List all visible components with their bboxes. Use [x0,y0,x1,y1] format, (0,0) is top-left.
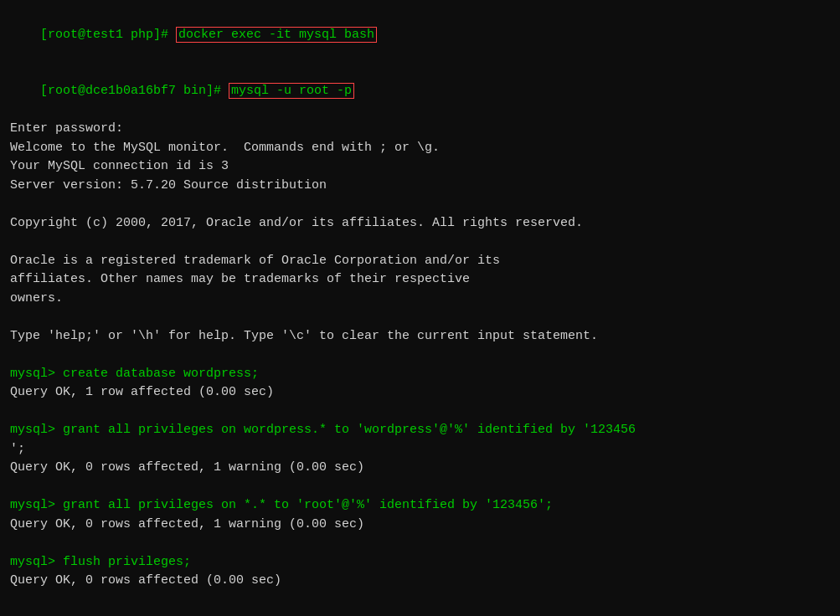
line-grant-wordpress-result: Query OK, 0 rows affected, 1 warning (0.… [10,459,830,478]
empty-line-1 [10,195,830,214]
empty-line-3 [10,308,830,327]
line-server-version: Server version: 5.7.20 Source distributi… [10,177,830,196]
line-oracle-1: Oracle is a registered trademark of Orac… [10,252,830,271]
prompt-2: [root@dce1b0a16bf7 bin]# [40,84,229,98]
line-grant-root: mysql> grant all privileges on *.* to 'r… [10,496,830,516]
line-docker-exec: [root@test1 php]# docker exec -it mysql … [10,7,830,64]
line-welcome: Welcome to the MySQL monitor. Commands e… [10,139,830,158]
prompt-1: [root@test1 php]# [40,28,176,42]
line-copyright: Copyright (c) 2000, 2017, Oracle and/or … [10,214,830,234]
line-oracle-2: affiliates. Other names may be trademark… [10,270,830,290]
empty-line-8 [10,591,830,610]
line-mysql-prompt: mysql> [10,609,830,616]
line-create-db: mysql> create database wordpress; [10,365,830,384]
line-connection-id: Your MySQL connection id is 3 [10,157,830,177]
empty-line-5 [10,403,830,422]
empty-line-4 [10,346,830,365]
empty-line-2 [10,233,830,252]
empty-line-6 [10,478,830,497]
docker-command: docker exec -it mysql bash [176,27,377,43]
empty-line-7 [10,534,830,553]
line-enter-password: Enter password: [10,120,830,139]
line-grant-wordpress-cont: '; [10,440,830,459]
line-oracle-3: owners. [10,290,830,309]
terminal-window: [root@test1 php]# docker exec -it mysql … [0,0,840,616]
line-mysql-login: [root@dce1b0a16bf7 bin]# mysql -u root -… [10,64,830,121]
line-flush-result: Query OK, 0 rows affected (0.00 sec) [10,572,830,591]
line-flush: mysql> flush privileges; [10,553,830,572]
line-create-db-result: Query OK, 1 row affected (0.00 sec) [10,383,830,403]
line-help: Type 'help;' or '\h' for help. Type '\c'… [10,327,830,346]
line-grant-wordpress: mysql> grant all privileges on wordpress… [10,421,830,440]
mysql-command-box: mysql -u root -p [229,83,354,99]
line-grant-root-result: Query OK, 0 rows affected, 1 warning (0.… [10,516,830,535]
